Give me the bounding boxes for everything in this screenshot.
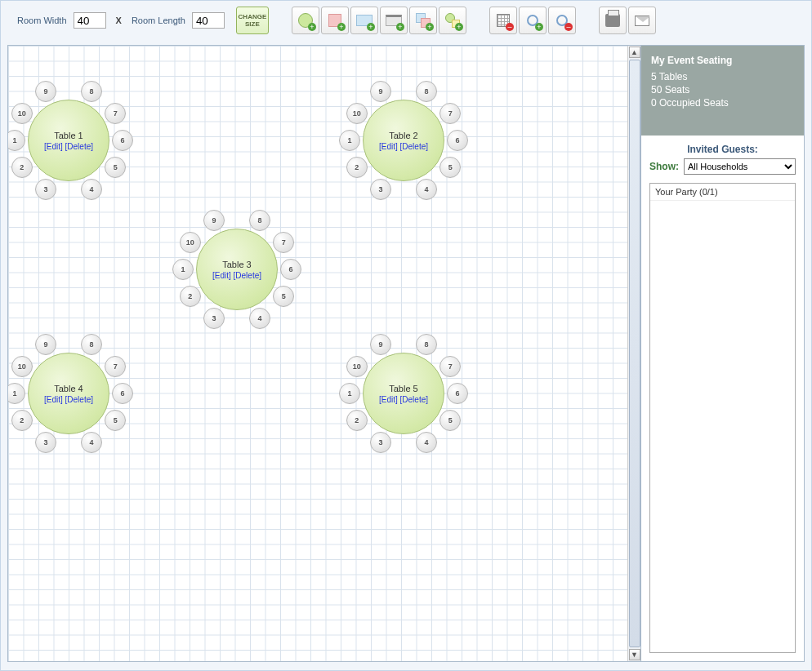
add-shape-button[interactable]: +	[439, 7, 466, 34]
table-top[interactable]: Table 1[Edit] [Delete]	[28, 100, 109, 181]
seat[interactable]: 2	[346, 410, 368, 431]
seat[interactable]: 1	[339, 383, 360, 404]
mail-icon	[635, 16, 649, 26]
zoom-in-button[interactable]: +	[519, 7, 547, 34]
plus-icon: +	[337, 23, 346, 31]
seating-table[interactable]: 12345678910Table 5[Edit] [Delete]	[330, 320, 477, 467]
edit-table-link[interactable]: [Edit]	[44, 395, 63, 404]
seating-table[interactable]: 12345678910Table 3[Edit] [Delete]	[163, 196, 310, 343]
add-round-table-button[interactable]: +	[292, 7, 319, 34]
seating-table[interactable]: 12345678910Table 1[Edit] [Delete]	[8, 67, 142, 214]
seating-table[interactable]: 12345678910Table 4[Edit] [Delete]	[8, 320, 142, 467]
scroll-up-arrow[interactable]: ▲	[629, 47, 640, 58]
seat[interactable]: 1	[339, 130, 360, 151]
seat[interactable]: 9	[203, 210, 225, 231]
seat[interactable]: 1	[172, 259, 194, 280]
household-filter-select[interactable]: All Households	[684, 158, 796, 175]
floor-plan-canvas[interactable]: 12345678910Table 1[Edit] [Delete]1234567…	[8, 46, 627, 661]
seat[interactable]: 3	[35, 179, 56, 200]
seat[interactable]: 10	[346, 103, 368, 124]
export-tools	[599, 7, 656, 34]
seat[interactable]: 7	[105, 103, 126, 124]
add-multi-table-button[interactable]: +	[409, 7, 437, 34]
seat[interactable]: 6	[112, 130, 133, 151]
seat[interactable]: 3	[203, 308, 225, 329]
print-button[interactable]	[599, 7, 627, 34]
seat[interactable]: 6	[447, 383, 468, 404]
table-action-links: [Edit] [Delete]	[212, 271, 261, 280]
table-top[interactable]: Table 4[Edit] [Delete]	[28, 353, 109, 434]
zoom-out-button[interactable]: –	[548, 7, 576, 34]
seat[interactable]: 5	[105, 410, 126, 431]
delete-table-link[interactable]: [Delete]	[65, 395, 93, 404]
seat[interactable]: 7	[439, 103, 461, 124]
change-size-button[interactable]: CHANGE SIZE	[236, 7, 269, 34]
room-length-input[interactable]	[192, 12, 225, 29]
seat[interactable]: 3	[370, 179, 391, 200]
seat[interactable]: 7	[273, 232, 294, 253]
seat[interactable]: 8	[416, 81, 437, 102]
seat[interactable]: 4	[416, 179, 437, 200]
delete-table-link[interactable]: [Delete]	[234, 271, 261, 280]
table-name-label: Table 1	[54, 131, 83, 140]
seat[interactable]: 4	[81, 432, 102, 453]
seat[interactable]: 10	[346, 356, 368, 377]
seat[interactable]: 2	[180, 286, 201, 307]
seat[interactable]: 9	[370, 334, 391, 355]
seat[interactable]: 9	[370, 81, 391, 102]
seat[interactable]: 6	[447, 130, 468, 151]
email-button[interactable]	[628, 7, 656, 34]
seat[interactable]: 7	[439, 356, 461, 377]
seat[interactable]: 2	[11, 157, 33, 178]
dimension-x-label: X	[116, 16, 122, 25]
edit-table-link[interactable]: [Edit]	[44, 142, 63, 151]
seat[interactable]: 2	[11, 410, 33, 431]
table-top[interactable]: Table 3[Edit] [Delete]	[196, 229, 278, 310]
seat[interactable]: 8	[81, 334, 102, 355]
table-top[interactable]: Table 2[Edit] [Delete]	[363, 100, 444, 181]
edit-table-link[interactable]: [Edit]	[212, 271, 231, 280]
add-head-table-button[interactable]: +	[380, 7, 408, 34]
sidebar: My Event Seating 5 Tables 50 Seats 0 Occ…	[640, 46, 804, 661]
seat[interactable]: 4	[416, 432, 437, 453]
seat[interactable]: 6	[112, 383, 133, 404]
seat[interactable]: 5	[439, 157, 461, 178]
scroll-thumb[interactable]	[629, 60, 640, 647]
seat[interactable]: 8	[81, 81, 102, 102]
seat[interactable]: 9	[35, 81, 56, 102]
edit-table-link[interactable]: [Edit]	[379, 395, 398, 404]
seat[interactable]: 10	[11, 356, 33, 377]
delete-table-link[interactable]: [Delete]	[400, 395, 428, 404]
add-square-table-button[interactable]: +	[321, 7, 349, 34]
edit-table-link[interactable]: [Edit]	[379, 142, 398, 151]
seat[interactable]: 5	[439, 410, 461, 431]
seat[interactable]: 1	[8, 383, 25, 404]
delete-table-link[interactable]: [Delete]	[65, 142, 93, 151]
seat[interactable]: 10	[11, 103, 33, 124]
summary-title: My Event Seating	[651, 54, 794, 67]
plus-icon: +	[367, 23, 375, 31]
seat[interactable]: 8	[416, 334, 437, 355]
grid-toggle-button[interactable]: –	[489, 7, 517, 34]
delete-table-link[interactable]: [Delete]	[400, 142, 428, 151]
seat[interactable]: 3	[35, 432, 56, 453]
seat[interactable]: 1	[8, 130, 25, 151]
scroll-down-arrow[interactable]: ▼	[629, 649, 640, 660]
seat[interactable]: 2	[346, 157, 368, 178]
seat[interactable]: 9	[35, 334, 56, 355]
seat[interactable]: 7	[105, 356, 126, 377]
seat[interactable]: 6	[280, 259, 301, 280]
seat[interactable]: 8	[249, 210, 270, 231]
seat[interactable]: 5	[273, 286, 294, 307]
seat[interactable]: 4	[81, 179, 102, 200]
add-rect-table-button[interactable]: +	[350, 7, 378, 34]
seat[interactable]: 5	[105, 157, 126, 178]
seat[interactable]: 10	[180, 232, 201, 253]
guest-list-item[interactable]: Your Party (0/1)	[650, 184, 795, 201]
room-width-input[interactable]	[74, 12, 106, 29]
vertical-scrollbar[interactable]: ▲ ▼	[627, 46, 640, 661]
seating-table[interactable]: 12345678910Table 2[Edit] [Delete]	[330, 67, 477, 214]
table-top[interactable]: Table 5[Edit] [Delete]	[363, 353, 444, 434]
seat[interactable]: 3	[370, 432, 391, 453]
seat[interactable]: 4	[249, 308, 270, 329]
